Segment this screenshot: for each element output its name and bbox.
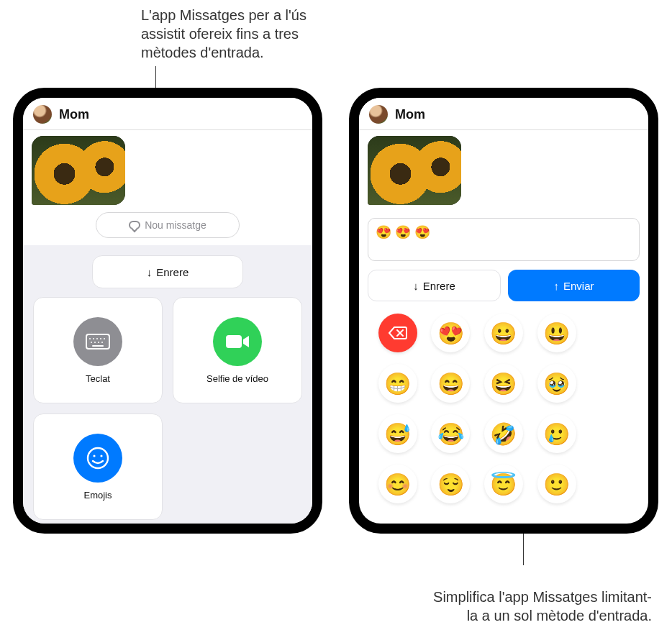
emoji-key[interactable]: 🥹 <box>537 364 576 403</box>
avatar <box>33 105 52 124</box>
callout-line <box>155 66 156 88</box>
back-button-label: Enrere <box>156 266 189 278</box>
header-left: Mom <box>23 98 312 130</box>
emoji-key[interactable]: 😌 <box>431 465 470 503</box>
avatar <box>369 105 388 124</box>
input-method-grid: Teclat Selfie de vídeo <box>33 297 302 520</box>
contact-row[interactable]: Mom <box>359 98 648 129</box>
new-message-input[interactable]: Nou missatge <box>96 212 240 238</box>
send-button-label: Enviar <box>563 280 594 292</box>
compose-content: 😍 😍 😍 <box>376 225 430 239</box>
emoji-key[interactable]: 🥲 <box>537 414 576 453</box>
ipad-frame-right: Mom 😍 😍 😍 ↓ Enrere ↑ Enviar <box>349 88 658 534</box>
callout-line <box>523 534 524 565</box>
video-selfie-tile[interactable]: Selfie de vídeo <box>173 297 302 403</box>
ipad-frame-left: Mom Nou missatge ↓ Enrere <box>13 88 322 534</box>
emoji-key[interactable]: 😍 <box>431 314 470 352</box>
keyboard-tile-label: Teclat <box>86 373 110 384</box>
emoji-tile-label: Emojis <box>83 490 112 501</box>
emoji-key[interactable]: 😅 <box>378 414 417 453</box>
contact-row[interactable]: Mom <box>23 98 312 129</box>
sunflower-image <box>368 136 461 205</box>
keyboard-tile[interactable]: Teclat <box>33 297 163 403</box>
received-image-message[interactable] <box>32 136 125 205</box>
emoji-key[interactable]: 😃 <box>537 314 576 352</box>
svg-rect-11 <box>226 335 242 348</box>
message-bubble-icon <box>129 221 140 229</box>
message-thread <box>359 130 648 212</box>
callout-top-text: L'app Missatges per a l'ús assistit ofer… <box>141 6 335 62</box>
emoji-key[interactable]: 😀 <box>484 314 523 352</box>
new-message-placeholder: Nou missatge <box>145 219 206 231</box>
video-icon <box>213 317 262 366</box>
back-button-label: Enrere <box>423 280 455 292</box>
arrow-down-icon: ↓ <box>147 266 153 278</box>
svg-point-14 <box>100 454 102 457</box>
action-row: ↓ Enrere ↑ Enviar <box>359 261 648 301</box>
arrow-up-icon: ↑ <box>553 280 559 292</box>
keyboard-icon <box>73 317 122 366</box>
sunflower-image <box>32 136 125 205</box>
header-right: Mom <box>359 98 648 130</box>
message-thread: Nou missatge <box>23 130 312 245</box>
emoji-keyboard: 😍 😀 😃 😁 😄 😆 🥹 😅 😂 🤣 🥲 😊 😌 😇 🙂 <box>359 301 648 524</box>
emoji-key[interactable]: 😂 <box>431 414 470 453</box>
emoji-key[interactable]: 🤣 <box>484 414 523 453</box>
send-button[interactable]: ↑ Enviar <box>508 270 640 301</box>
delete-key[interactable] <box>378 314 417 352</box>
emoji-key[interactable]: 🙂 <box>537 465 576 503</box>
callout-bottom-text: Simplifica l'app Missatges limitant-la a… <box>429 588 652 625</box>
compose-textarea[interactable]: 😍 😍 😍 <box>368 218 640 261</box>
ipad-screen-right: Mom 😍 😍 😍 ↓ Enrere ↑ Enviar <box>359 98 648 524</box>
emoji-key[interactable]: 😄 <box>431 364 470 403</box>
video-tile-label: Selfie de vídeo <box>206 373 268 384</box>
emoji-key[interactable]: 😊 <box>378 465 417 503</box>
emoji-tile[interactable]: Emojis <box>33 414 163 520</box>
emoji-key[interactable]: 😇 <box>484 465 523 503</box>
arrow-down-icon: ↓ <box>413 280 419 292</box>
emoji-key[interactable]: 😆 <box>484 364 523 403</box>
contact-name: Mom <box>395 107 425 122</box>
input-method-panel: ↓ Enrere <box>23 245 312 524</box>
contact-name: Mom <box>59 107 89 122</box>
svg-point-13 <box>93 454 95 457</box>
svg-point-12 <box>88 448 108 468</box>
received-image-message[interactable] <box>368 136 461 205</box>
back-button[interactable]: ↓ Enrere <box>368 270 501 301</box>
emoji-key[interactable]: 😁 <box>378 364 417 403</box>
emoji-icon <box>73 434 122 483</box>
ipad-screen-left: Mom Nou missatge ↓ Enrere <box>23 98 312 524</box>
back-button[interactable]: ↓ Enrere <box>92 255 243 288</box>
